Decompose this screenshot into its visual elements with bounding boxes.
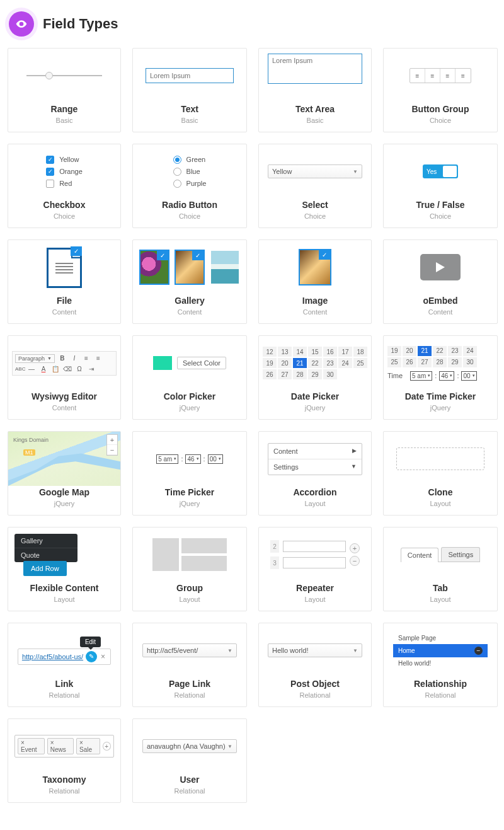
text-color-icon[interactable]: A bbox=[39, 366, 48, 372]
time-picker[interactable]: 5 am▾: 46▾: 00▾ bbox=[156, 454, 223, 464]
color-swatch[interactable] bbox=[153, 356, 172, 370]
zoom-out-icon[interactable]: − bbox=[107, 445, 117, 455]
calendar-day[interactable]: 29 bbox=[308, 369, 322, 379]
zoom-in-icon[interactable]: + bbox=[107, 435, 117, 445]
card-accordion[interactable]: Content▶ Settings▼ Accordion Layout bbox=[258, 431, 372, 516]
omega-icon[interactable]: Ω bbox=[75, 366, 84, 372]
card-textarea[interactable]: Text Area Basic bbox=[258, 48, 372, 132]
list-item[interactable]: Hello world! bbox=[393, 657, 488, 669]
calendar-day[interactable]: 30 bbox=[463, 357, 477, 367]
calendar-day[interactable]: 27 bbox=[278, 369, 292, 379]
clear-icon[interactable]: ⌫ bbox=[63, 366, 72, 372]
calendar-day[interactable]: 25 bbox=[353, 358, 367, 368]
card-radio[interactable]: Green Blue Purple Radio Button Choice bbox=[132, 144, 247, 228]
card-repeater[interactable]: 2 3 + − Repeater Layout bbox=[258, 527, 372, 611]
button-group[interactable]: ≡ ≡ ≡ ≡ bbox=[410, 68, 471, 83]
calendar-day[interactable]: 28 bbox=[293, 369, 307, 379]
calendar-day[interactable]: 19 bbox=[263, 358, 277, 368]
paste-icon[interactable]: 📋 bbox=[51, 366, 60, 372]
card-link[interactable]: Edit http://acf5/about-us/ ✎ × Link Rela… bbox=[8, 623, 121, 707]
gallery-thumbs[interactable]: ✓ ✓ bbox=[139, 250, 240, 285]
card-taxonomy[interactable]: × Event × News × Sale + Taxonomy Relatio… bbox=[8, 718, 121, 803]
add-tag-icon[interactable]: + bbox=[103, 742, 112, 751]
list-item[interactable]: Sample Page bbox=[393, 632, 488, 644]
checkbox-option[interactable]: Red bbox=[46, 180, 83, 188]
add-row-icon[interactable]: + bbox=[350, 543, 360, 553]
tag[interactable]: × Sale bbox=[76, 738, 100, 754]
card-color-picker[interactable]: Select Color Color Picker jQuery bbox=[132, 335, 247, 420]
card-post-object[interactable]: Hello world! ▼ Post Object Relational bbox=[258, 623, 372, 707]
card-google-map[interactable]: Kings Domain M1 +− Google Map jQuery bbox=[8, 431, 121, 516]
repeater-row[interactable]: 2 bbox=[270, 540, 346, 553]
radio-option[interactable]: Purple bbox=[173, 180, 207, 188]
calendar-day[interactable]: 19 bbox=[387, 346, 401, 356]
select-dropdown[interactable]: Yellow ▼ bbox=[268, 164, 362, 178]
gallery-thumb[interactable] bbox=[210, 250, 240, 285]
relationship-list[interactable]: Sample Page Home− Hello world! bbox=[393, 632, 488, 669]
wysiwyg-toolbar[interactable]: Paragraph▼ B I ≡ ≡ ABC — A 📋 ⌫ Ω ⇥ bbox=[12, 351, 117, 376]
repeater-row[interactable]: 3 bbox=[270, 556, 346, 569]
bullet-list-icon[interactable]: ≡ bbox=[82, 355, 91, 362]
card-clone[interactable]: Clone Layout bbox=[383, 431, 498, 516]
second-select[interactable]: 00▾ bbox=[208, 454, 223, 464]
page-link-select[interactable]: http://acf5/event/ ▼ bbox=[142, 643, 237, 657]
radio-option[interactable]: Green bbox=[173, 156, 207, 164]
card-relationship[interactable]: Sample Page Home− Hello world! Relations… bbox=[383, 623, 498, 707]
time-row[interactable]: Time 5 am▾: 46▾: 00▾ bbox=[387, 371, 493, 381]
checkbox-icon[interactable] bbox=[46, 156, 54, 164]
checkbox-icon[interactable] bbox=[46, 180, 54, 188]
calendar-day[interactable]: 25 bbox=[387, 357, 401, 367]
play-icon[interactable] bbox=[420, 254, 461, 280]
calendar-day[interactable]: 27 bbox=[418, 357, 432, 367]
calendar-day[interactable]: 17 bbox=[338, 347, 352, 357]
accordion-row[interactable]: Content▶ bbox=[268, 444, 362, 459]
user-select[interactable]: anavaughn (Ana Vaughn) ▼ bbox=[142, 739, 237, 753]
layout-menu-item[interactable]: Gallery bbox=[14, 534, 77, 548]
pencil-icon[interactable]: ✎ bbox=[86, 651, 97, 662]
second-select[interactable]: 00▾ bbox=[461, 371, 476, 381]
minute-select[interactable]: 46▾ bbox=[185, 454, 200, 464]
link-widget[interactable]: Edit http://acf5/about-us/ ✎ × bbox=[18, 637, 111, 665]
textarea-input[interactable] bbox=[268, 54, 362, 84]
tab-content[interactable]: Content bbox=[401, 548, 439, 562]
calendar-day[interactable]: 21 bbox=[293, 358, 307, 368]
radio-icon[interactable] bbox=[173, 180, 181, 188]
align-center-icon[interactable]: ≡ bbox=[425, 69, 440, 83]
add-row-button[interactable]: Add Row bbox=[23, 561, 67, 576]
link-url[interactable]: http://acf5/about-us/ bbox=[22, 653, 83, 660]
layout-menu[interactable]: Gallery Quote bbox=[14, 534, 77, 562]
calendar-day[interactable]: 18 bbox=[353, 347, 367, 357]
calendar-day[interactable]: 22 bbox=[308, 358, 322, 368]
calendar-day[interactable]: 21 bbox=[418, 346, 432, 356]
checkbox-option[interactable]: Orange bbox=[46, 168, 83, 176]
accordion-row[interactable]: Settings▼ bbox=[268, 459, 362, 475]
tag[interactable]: × Event bbox=[18, 738, 45, 754]
calendar-day[interactable]: 26 bbox=[403, 357, 416, 367]
card-user[interactable]: anavaughn (Ana Vaughn) ▼ User Relational bbox=[132, 718, 247, 803]
card-wysiwyg[interactable]: Paragraph▼ B I ≡ ≡ ABC — A 📋 ⌫ Ω ⇥ bbox=[8, 335, 121, 420]
calendar-day[interactable]: 24 bbox=[463, 346, 477, 356]
calendar-day[interactable]: 13 bbox=[278, 347, 292, 357]
gallery-thumb[interactable]: ✓ bbox=[175, 250, 205, 285]
remove-row-icon[interactable]: − bbox=[350, 556, 360, 566]
card-button-group[interactable]: ≡ ≡ ≡ ≡ Button Group Choice bbox=[383, 48, 498, 132]
minute-select[interactable]: 46▾ bbox=[439, 371, 454, 381]
card-oembed[interactable]: oEmbed Content bbox=[383, 239, 498, 324]
card-file[interactable]: ✓ File Content bbox=[8, 239, 121, 324]
hour-select[interactable]: 5 am▾ bbox=[410, 371, 432, 381]
card-range[interactable]: Range Basic bbox=[8, 48, 121, 132]
card-gallery[interactable]: ✓ ✓ Gallery Content bbox=[132, 239, 247, 324]
card-flexible-content[interactable]: Gallery Quote Add Row Flexible Content L… bbox=[8, 527, 121, 611]
checkbox-icon[interactable] bbox=[46, 168, 54, 176]
range-slider[interactable] bbox=[26, 75, 102, 76]
calendar-day[interactable]: 20 bbox=[403, 346, 416, 356]
style-select[interactable]: Paragraph▼ bbox=[15, 354, 55, 363]
close-icon[interactable]: × bbox=[100, 652, 106, 661]
card-date-time-picker[interactable]: 192021222324252627282930 Time 5 am▾: 46▾… bbox=[383, 335, 498, 420]
calendar-day[interactable]: 24 bbox=[338, 358, 352, 368]
calendar-day[interactable]: 23 bbox=[323, 358, 337, 368]
card-date-picker[interactable]: 12131415161718192021222324252627282930 D… bbox=[258, 335, 372, 420]
hour-select[interactable]: 5 am▾ bbox=[156, 454, 178, 464]
strike-icon[interactable]: ABC bbox=[15, 366, 24, 372]
calendar-day[interactable]: 16 bbox=[323, 347, 337, 357]
